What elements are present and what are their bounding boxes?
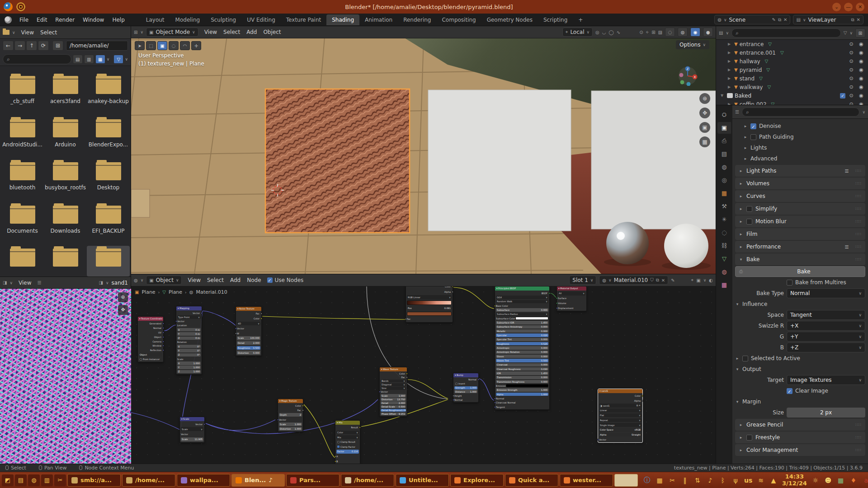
prop-advanced[interactable]: ▸Advanced (735, 153, 865, 164)
prop-space-dropdown[interactable]: Tangent∨ (787, 310, 865, 320)
fb-menu-select[interactable]: Select (37, 28, 60, 37)
output-socket[interactable] (162, 332, 164, 333)
outliner-item[interactable]: ▶▼pyramid▽⊙◉ (716, 66, 868, 74)
3d-viewport[interactable]: ⊞ ∨ ▣ Object Mode∨ ViewSelectAddObject ⌖… (131, 26, 716, 274)
viewport-camera-icon[interactable]: ▣ (699, 122, 710, 133)
vp-menu-select[interactable]: Select (220, 28, 243, 37)
folder-item[interactable]: AndroidStudi... (1, 117, 44, 154)
input-socket[interactable] (235, 333, 237, 334)
info-tray-icon[interactable]: ⓘ (643, 476, 651, 484)
viewport-zoom-icon[interactable]: ⊕ (699, 93, 710, 104)
properties-icon[interactable]: ☰ (735, 109, 739, 114)
node-value[interactable]: Object (139, 353, 162, 357)
thumbnail-window-button[interactable] (614, 474, 638, 487)
disclosure-icon[interactable]: ▶ (728, 76, 732, 80)
outliner-collection[interactable]: ▼Baked✓⊙◉ (716, 91, 868, 100)
overlays-icon[interactable]: ⊞ (651, 30, 655, 35)
chevron-icon[interactable]: ▸ (739, 194, 743, 198)
disable-render-icon[interactable]: ◉ (857, 50, 865, 56)
menu-render[interactable]: Render (51, 15, 79, 25)
node-value[interactable]: Detail2.000 (381, 401, 406, 404)
node-value[interactable]: Detail Scale0.500 (381, 405, 406, 408)
viewlayer-selector[interactable]: ▤ ∨ ViewLayer ⧉ ✕ (793, 15, 863, 24)
checkbox[interactable] (746, 219, 752, 225)
node-value[interactable]: Color SpacesRGB (599, 428, 642, 432)
dictionary-tray-icon[interactable]: a (862, 477, 868, 484)
node-value[interactable]: Detail2.000 (237, 341, 260, 345)
tool-lasso-select-icon[interactable]: ◠ (180, 41, 190, 50)
node-colorramp[interactable]: ColorAlphaRGB Linear∨Pos0.081Fac (406, 286, 453, 323)
properties-tab-output[interactable]: ⎙ (717, 135, 731, 147)
node-value[interactable]: IOR1.450 (496, 371, 548, 375)
prop-clear-image[interactable]: ✓Clear Image (735, 385, 865, 396)
node-dropdown[interactable]: Diagonal∨ (381, 383, 406, 386)
chevron-down-icon[interactable]: ▾ (735, 302, 740, 306)
up-button[interactable]: ↑ (26, 41, 37, 51)
node-dropdown[interactable]: Sine∨ (381, 387, 406, 389)
node-value[interactable]: Distance1.000 (454, 390, 477, 393)
outliner-item[interactable]: ▶▼entrance▽⊙◉ (716, 40, 868, 48)
hide-viewport-icon[interactable]: ⊙ (847, 50, 855, 56)
chevron-right-icon[interactable]: ▸ (743, 145, 748, 150)
disclosure-icon[interactable]: ▶ (728, 42, 732, 46)
input-socket[interactable] (335, 460, 336, 462)
clock[interactable]: 14:33 3/12/24 (782, 474, 807, 487)
taskbar-window-wester[interactable]: wester... (560, 474, 613, 487)
node-value[interactable]: Clearcoat0.000 (496, 363, 548, 366)
refresh-button[interactable]: ⟳ (38, 41, 49, 51)
calculator-tray-icon[interactable]: ▦ (837, 477, 845, 484)
node-value[interactable]: Subsurface IOR1.450 (496, 321, 548, 324)
prop-simplify-panel[interactable]: ▸Simplify∷∷ (735, 203, 865, 215)
input-socket[interactable] (453, 399, 454, 401)
volume-icon[interactable]: ♪ (706, 477, 714, 484)
tab-layout[interactable]: Layout (141, 14, 170, 25)
options-button[interactable]: Options∨ (676, 40, 709, 49)
node-header[interactable]: ▾ Mix (335, 421, 360, 425)
properties-search-input[interactable]: ⌕ (742, 108, 859, 117)
prop-volumes-panel[interactable]: ▸Volumes∷∷ (735, 178, 865, 189)
taskbar-window-quicka[interactable]: Quick a... (505, 474, 558, 487)
node-sand1[interactable]: ▾ sand1ColorAlpha◨ sand1⧉ ✕Linear∨Flat∨R… (598, 389, 643, 443)
image-name[interactable]: sand1 (112, 280, 128, 286)
node-dropdown[interactable]: All∨ (558, 291, 585, 296)
menu-help[interactable]: Help (108, 15, 128, 25)
input-socket[interactable] (277, 419, 279, 421)
properties-tab-texture[interactable]: ▦ (717, 279, 731, 291)
folder-item[interactable] (87, 246, 130, 277)
display-thumbnails-icon[interactable]: ▦ (95, 55, 105, 64)
node-header[interactable]: ▾ Principled BSDF (495, 286, 549, 291)
file-manager-icon[interactable]: ▤ (15, 474, 27, 486)
properties-tab-modifiers[interactable]: ⚒ (717, 201, 731, 212)
node-checkbox[interactable] (337, 441, 340, 443)
node-header[interactable]: ▾ Magic Texture (278, 399, 303, 403)
chevron-right-icon[interactable]: ▸ (743, 156, 748, 161)
chevron-right-icon[interactable]: ▸ (743, 124, 748, 128)
prop-swizzle-r-dropdown[interactable]: +X∨ (787, 321, 865, 331)
ne-menu-node[interactable]: Node (244, 276, 264, 285)
node-value[interactable]: X0° (177, 345, 201, 348)
scene-selector[interactable]: ◍ ∨ Scene ✎ ⧉ ✕ (714, 15, 790, 24)
gizmo-toggle-icon[interactable]: ⟡ (646, 29, 649, 35)
properties-tab-material[interactable]: ◍ (717, 266, 731, 278)
tab-rendering[interactable]: Rendering (398, 14, 436, 25)
chevron-icon[interactable]: ▾ (739, 257, 743, 262)
checkbox[interactable] (746, 206, 752, 212)
menu-edit[interactable]: Edit (33, 15, 51, 25)
slot-selector[interactable]: Slot 1∨ (569, 276, 596, 285)
overlays-icon[interactable]: ▣ (696, 278, 700, 283)
tab-geometry-nodes[interactable]: Geometry Nodes (481, 14, 538, 25)
node-value[interactable]: Emission Strength1.000 (496, 388, 548, 391)
node-value[interactable]: Scale11.905 (181, 437, 203, 441)
prop-influence[interactable]: ▾Influence (735, 299, 865, 310)
selected-textured-plane[interactable] (265, 89, 410, 233)
node-value[interactable]: Roughness0.500 (237, 346, 260, 350)
node-value[interactable]: Alpha1.000 (496, 393, 548, 396)
node-value[interactable]: Transmission Roughness0.000 (496, 380, 548, 383)
node-value[interactable]: Sheen0.000 (496, 355, 548, 358)
wifi-icon[interactable]: ≋ (757, 477, 765, 484)
node-value[interactable]: Specular Tint0.000 (496, 338, 548, 341)
tab-modeling[interactable]: Modeling (170, 14, 206, 25)
node-mix[interactable]: ▾ MixResultColor∨Mix∨Clamp ResultClamp F… (335, 420, 360, 464)
tab-shading[interactable]: Shading (326, 14, 359, 25)
checkbox[interactable] (787, 280, 793, 286)
